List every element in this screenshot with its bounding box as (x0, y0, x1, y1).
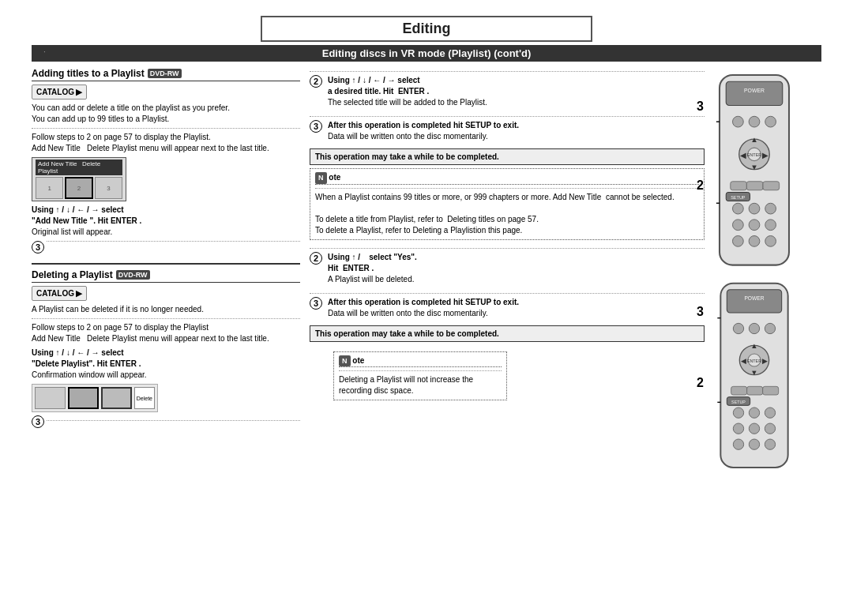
section1-step3-row: 3 (32, 241, 300, 254)
svg-point-17 (749, 203, 760, 214)
svg-point-45 (733, 408, 743, 418)
svg-text:ENTER: ENTER (747, 359, 761, 363)
svg-point-47 (765, 408, 775, 418)
section2-step1b-text: Follow steps to 2 on page 57 to display … (32, 322, 300, 344)
note-header-2: N ote (339, 355, 502, 368)
section2-dvd-badge: DVD-RW (116, 270, 150, 280)
dotted-sep-2a (32, 318, 300, 319)
note-label-1: ote (329, 173, 340, 182)
section2-heading: Deleting a Playlist DVD-RW (32, 269, 300, 283)
right-panel: 2 Using ↑ / ↓ / ← / → select a desired t… (310, 68, 821, 472)
warning-box-2: This operation may take a while to be co… (310, 325, 705, 342)
s1-step2-num: 2 (310, 75, 322, 88)
dotted-sep-2b (47, 420, 300, 421)
warning-text-1: This operation may take a while to be co… (315, 152, 499, 161)
catalog-icon-2: CATALOG ▶ (32, 286, 87, 301)
note-dotted-1 (315, 188, 699, 189)
section1-enter-1: ENTER . (111, 216, 141, 225)
section-divider (32, 263, 300, 265)
svg-rect-1 (726, 81, 783, 105)
thumb-3: 3 (95, 177, 122, 199)
warning-text-2: This operation may take a while to be co… (315, 329, 499, 338)
section1-add-title: "Add New Title ". Hit (32, 216, 108, 225)
content-layout: Adding titles to a Playlist DVD-RW CATAL… (32, 68, 821, 472)
s2-step3-content: After this operation is completed hit SE… (328, 297, 519, 322)
main-title-box: Editing (261, 16, 592, 42)
section1: Adding titles to a Playlist DVD-RW CATAL… (32, 68, 300, 254)
svg-rect-14 (746, 182, 763, 190)
catalog-label-2: CATALOG (36, 289, 74, 298)
s2-step2-enter: Hit ENTER . (328, 264, 374, 272)
remote-svg-top: POWER ▲ ▼ ◀ ▶ ENTER (711, 68, 798, 273)
remote-bottom-wrap: 3 2 POWER ▲ ▼ ◀ (711, 281, 821, 472)
note-box-2: N ote Deleting a Playlist will not incre… (333, 351, 507, 401)
note-header-1: N ote (315, 172, 699, 185)
s1-right-content: 2 Using ↑ / ↓ / ← / → select a desired t… (310, 71, 705, 240)
dotted-sep-1a (32, 128, 300, 129)
thumb2-3 (101, 387, 132, 409)
svg-text:▼: ▼ (750, 163, 758, 171)
s2-right-content: 2 Using ↑ / select "Yes". Hit ENTER . A … (310, 248, 705, 401)
section2-confirm: Confirmation window will appear. (32, 370, 147, 379)
svg-text:▲: ▲ (750, 342, 757, 350)
step-label-3-top: 3 (697, 100, 704, 114)
s2-step3-right: 3 After this operation is completed hit … (310, 293, 705, 322)
svg-text:ENTER: ENTER (747, 152, 762, 157)
svg-point-51 (733, 439, 743, 449)
note-box-1: N ote When a Playlist contains 99 titles… (310, 168, 705, 240)
thumb-1: 1 (36, 177, 63, 199)
section1-title: Adding titles to a Playlist (32, 68, 145, 79)
svg-point-18 (765, 203, 776, 214)
page-container: · Editing Editing discs in VR mode (Play… (0, 0, 853, 616)
section1-step1b-text: Follow steps to 2 on page 57 to display … (32, 132, 300, 154)
svg-text:◀: ◀ (740, 151, 746, 160)
svg-text:▲: ▲ (750, 135, 758, 144)
svg-text:SETUP: SETUP (731, 195, 746, 200)
svg-rect-43 (747, 386, 763, 395)
svg-rect-30 (727, 290, 781, 313)
svg-point-33 (749, 323, 759, 333)
section2-step3-content (47, 415, 300, 424)
s1-step2-text: Using ↑ / ↓ / ← / → select a desired tit… (328, 75, 487, 108)
sub-title-bar: Editing discs in VR mode (Playlist) (con… (32, 45, 821, 62)
svg-point-23 (749, 236, 760, 247)
section1-original: Original list will appear. (32, 227, 112, 236)
s2-step2-num: 2 (310, 252, 322, 265)
thumb-strip-2: Delete (32, 384, 158, 412)
section2-title: Deleting a Playlist (32, 269, 113, 280)
svg-point-4 (749, 116, 760, 127)
svg-point-5 (765, 116, 776, 127)
section2-step1c: Using ↑ / ↓ / ← / → select "Delete Playl… (32, 347, 300, 381)
thumb2-label: Delete (134, 387, 155, 409)
section2-step3-num: 3 (32, 415, 44, 428)
thumb2-2 (68, 387, 99, 409)
svg-point-46 (749, 408, 759, 418)
ui-bar-1: Add New Title Delete Playlist (36, 160, 122, 175)
svg-text:POWER: POWER (744, 295, 764, 301)
s1-step3-after: After this operation is completed hit SE… (328, 121, 519, 130)
section1-dvd-badge: DVD-RW (148, 69, 182, 78)
center-text-col: 2 Using ↑ / ↓ / ← / → select a desired t… (310, 68, 705, 472)
warning-box-1: This operation may take a while to be co… (310, 148, 705, 165)
section2-delete-title: "Delete Playlist". Hit (32, 359, 107, 368)
s1-step2-using: Using ↑ / ↓ / ← / → select (328, 76, 420, 85)
catalog-arrow-1: ▶ (76, 87, 82, 97)
thumb2-1 (35, 387, 66, 409)
ui-mockup-box-1: Add New Title Delete Playlist 1 2 3 (32, 157, 126, 201)
step-label-2-bot: 2 (697, 376, 704, 390)
catalog-icon-1: CATALOG ▶ (32, 85, 87, 100)
s1-step2-row: 2 Using ↑ / ↓ / ← / → select a desired t… (310, 75, 705, 111)
catalog-label-1: CATALOG (36, 88, 74, 96)
section2: Deleting a Playlist DVD-RW CATALOG ▶ A P… (32, 263, 300, 428)
note-content-2: Deleting a Playlist will not increase th… (339, 374, 502, 396)
s2-step3-row: 3 After this operation is completed hit … (310, 297, 705, 322)
svg-text:◀: ◀ (741, 357, 746, 365)
s1-step3-row: 3 After this operation is completed hit … (310, 120, 705, 145)
corner-mark-top: · (43, 47, 46, 56)
section2-using-label: Using ↑ / ↓ / ← / → select (32, 348, 124, 357)
svg-rect-42 (731, 386, 747, 395)
section2-enter-1: ENTER . (110, 359, 141, 368)
svg-point-22 (733, 236, 744, 247)
section1-step3-num: 3 (32, 241, 44, 254)
s1-step3-content: After this operation is completed hit SE… (328, 120, 519, 145)
